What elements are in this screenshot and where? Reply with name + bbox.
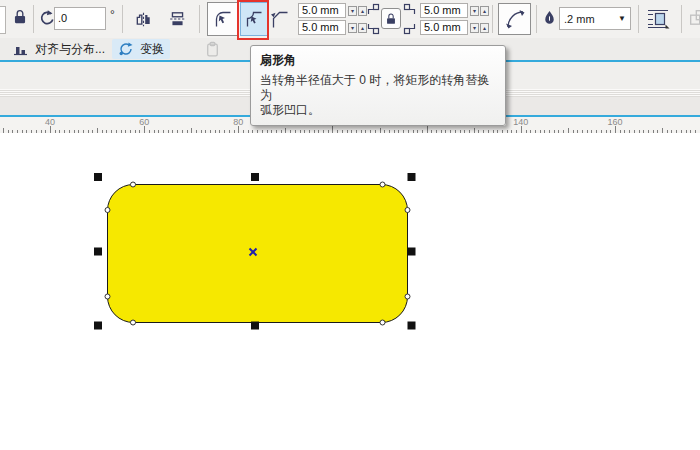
tooltip: 扇形角 当转角半径值大于 0 时，将矩形的转角替换为 弧形凹口。 [250,45,506,126]
ruler-tick [144,126,145,133]
ruler-tick [615,126,616,133]
corner-radius-left-bottom-input[interactable]: 5.0 mm [298,20,346,35]
align-distribute-label: 对齐与分布... [35,41,105,58]
transform-label: 变换 [140,41,164,58]
ruler-label: 40 [45,117,55,127]
paste-button-disabled [198,39,227,59]
relative-corner-scaling-button[interactable] [498,3,531,35]
separator [199,5,200,33]
relative-corner-scaling-icon [503,7,527,31]
separator [33,5,34,33]
separator [122,5,123,33]
mirror-vertical-button[interactable] [168,10,187,31]
lock-corners-icon [384,12,398,26]
degree-symbol: ° [110,8,115,22]
ruler-label: 160 [607,117,622,127]
ruler-tick [332,126,333,133]
rotation-input[interactable]: .0 [54,7,106,30]
mirror-vertical-icon [168,10,187,28]
clipboard-icon [204,41,221,58]
rotation-icon [37,9,55,30]
ruler-tick [238,126,239,133]
ruler-label: 60 [139,117,149,127]
ruler-label: 80 [233,117,243,127]
lock-ratio-button[interactable] [11,8,29,29]
right-corners-indicator [402,2,418,39]
wrap-text-icon [646,8,670,30]
separator [536,5,537,33]
transform-button[interactable]: 变换 [112,39,170,59]
separator [681,5,682,33]
spin-down-button[interactable]: ▾ [348,23,357,33]
spin-down-button[interactable]: ▾ [470,6,479,16]
wrap-text-button[interactable] [646,8,670,33]
disabled-button [689,9,700,30]
spin-down-button[interactable]: ▾ [348,6,357,16]
outline-width-value: .2 mm [564,13,595,25]
align-distribute-button[interactable]: 对齐与分布... [6,39,111,59]
mirror-horizontal-button[interactable] [134,10,153,31]
clipped-control [0,6,6,34]
highlight-red-box [237,0,269,40]
group-icon [689,9,700,27]
corner-radius-right-bottom-input[interactable]: 5.0 mm [420,20,468,35]
edit-corners-together-button[interactable] [381,8,401,29]
round-corner-button[interactable] [207,2,239,36]
spin-up-button[interactable]: ▴ [480,23,489,33]
chevron-down-icon: ▼ [618,14,626,23]
corner-radius-right-top-input[interactable]: 5.0 mm [420,3,468,18]
mirror-horizontal-icon [134,10,153,28]
separator [638,5,639,33]
outline-width-icon [541,9,558,30]
transform-icon [118,41,134,57]
property-bar: .0 ° [0,0,700,39]
chamfer-corner-button[interactable] [268,9,290,32]
spin-down-button[interactable]: ▾ [470,23,479,33]
outline-width-dropdown[interactable]: .2 mm ▼ [559,7,631,30]
tooltip-text-line1: 当转角半径值大于 0 时，将矩形的转角替换为 [260,73,496,103]
ruler-tick [427,126,428,133]
tooltip-title: 扇形角 [260,52,496,69]
left-corners-indicator [365,2,381,39]
app-window: .0 ° [0,0,700,450]
ruler-tick [521,126,522,133]
align-distribute-icon [12,41,29,57]
separator [492,5,493,33]
corner-radius-left-top-input[interactable]: 5.0 mm [298,3,346,18]
chamfer-corner-icon [268,9,290,29]
round-corner-icon [213,9,233,29]
ruler-label: 140 [513,117,528,127]
ruler-tick [50,126,51,133]
tooltip-text-line2: 弧形凹口。 [260,103,496,118]
spin-up-button[interactable]: ▴ [480,6,489,16]
lock-icon [11,8,29,26]
drawing-canvas[interactable] [0,133,700,450]
